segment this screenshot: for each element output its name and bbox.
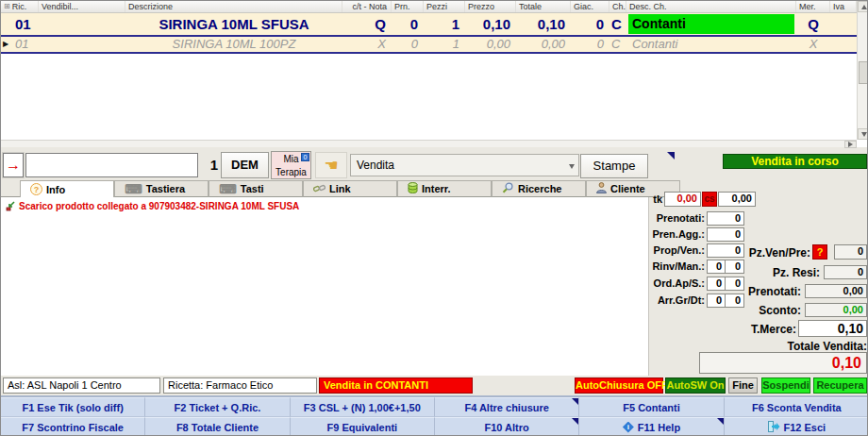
grid-vertical-scrollbar[interactable] bbox=[857, 1, 868, 140]
fkey-f9[interactable]: F9 Equivalenti bbox=[291, 417, 435, 436]
totale-vendita-label: Totale Vendita: bbox=[765, 340, 867, 353]
cell-ch: C bbox=[609, 13, 626, 35]
submenu-indicator-icon bbox=[667, 152, 675, 159]
question-icon: ? bbox=[30, 183, 42, 195]
arr-gr-dt-label: Arr.Gr/Dt: bbox=[624, 294, 705, 306]
fkey-f1[interactable]: F1 Ese Tik (solo diff) bbox=[1, 397, 145, 417]
col-header-mer[interactable]: Mer. bbox=[796, 1, 830, 12]
hand-pointer-icon[interactable]: ☚ bbox=[315, 152, 347, 178]
cell-prn: 0 bbox=[392, 13, 424, 35]
prenotati-amount-field[interactable]: 0,00 bbox=[805, 284, 867, 298]
cell-desc-ch: Contanti bbox=[628, 14, 794, 34]
scroll-up-icon[interactable] bbox=[858, 1, 868, 12]
tab-tasti[interactable]: ⌨Tasti bbox=[209, 180, 303, 197]
stampe-button[interactable]: Stampe bbox=[580, 154, 648, 178]
cell-vendibile bbox=[39, 37, 125, 52]
man-field[interactable]: 0 bbox=[726, 260, 744, 274]
col-header-ch[interactable]: Ch. bbox=[609, 1, 626, 12]
col-header-desc-ch[interactable]: Desc. Ch. bbox=[626, 1, 796, 12]
col-header-vendibile[interactable]: Vendibil... bbox=[39, 1, 125, 12]
ord-ap-field[interactable]: 0 bbox=[707, 277, 726, 291]
t-merce-label: T.Merce: bbox=[723, 323, 796, 336]
fkey-f6[interactable]: F6 Sconta Vendita bbox=[725, 397, 868, 417]
vendita-dropdown[interactable]: Vendita bbox=[350, 154, 579, 176]
linked-product-icon bbox=[6, 201, 16, 213]
cs-value-field[interactable]: 0,00 bbox=[718, 192, 756, 207]
prop-ven-label: Prop/Ven.: bbox=[624, 244, 705, 256]
col-header-ric[interactable]: ⊞Ric. bbox=[1, 1, 39, 12]
col-header-descrizione[interactable]: Descrizione bbox=[125, 1, 342, 12]
autochiusura-toggle[interactable]: AutoChiusura OFF bbox=[575, 377, 663, 394]
tab-link[interactable]: Link bbox=[303, 180, 397, 197]
sconto-field[interactable]: 0,00 bbox=[805, 303, 867, 317]
cell-ric: 01 bbox=[1, 13, 39, 35]
cell-pezzi: 1 bbox=[424, 37, 465, 52]
grid-horizontal-scrollbar[interactable] bbox=[1, 140, 857, 147]
col-header-iva[interactable]: Iva bbox=[830, 1, 857, 12]
cell-iva bbox=[830, 13, 857, 35]
fkey-f12[interactable]: F12 Esci bbox=[725, 417, 868, 436]
cell-descrizione: SIRINGA 10ML SFUSA bbox=[125, 13, 342, 35]
info-panel: Scarico prodotto collegato a 907903482-S… bbox=[1, 197, 649, 376]
tab-interr[interactable]: Interr. bbox=[397, 180, 492, 197]
tab-info[interactable]: ?Info bbox=[20, 180, 114, 198]
keyboard-icon: ⌨ bbox=[219, 183, 237, 195]
scroll-down-icon[interactable] bbox=[858, 128, 868, 140]
recupera-button[interactable]: Recupera bbox=[813, 377, 867, 394]
sale-grid: ⊞Ric. Vendibil... Descrizione c/t - Nota… bbox=[1, 1, 868, 147]
rinv-field[interactable]: 0 bbox=[707, 260, 726, 274]
fkey-f8[interactable]: F8 Totale Cliente bbox=[145, 417, 290, 436]
arr-gr-field[interactable]: 0 bbox=[707, 293, 726, 308]
fkey-f5[interactable]: F5 Contanti bbox=[579, 397, 724, 417]
cell-prn: 0 bbox=[392, 37, 424, 52]
col-header-giac[interactable]: Giac. bbox=[571, 1, 609, 12]
cell-prezzo: 0,00 bbox=[465, 37, 516, 52]
help-question-button[interactable]: ? bbox=[812, 244, 827, 260]
col-header-prezzo[interactable]: Prezzo bbox=[465, 1, 516, 12]
asl-field[interactable]: Asl: ASL Napoli 1 Centro bbox=[3, 377, 160, 394]
ricetta-field[interactable]: Ricetta: Farmaco Etico bbox=[163, 377, 317, 394]
t-merce-field[interactable]: 0,10 bbox=[798, 320, 867, 337]
cell-desc-ch: Contanti bbox=[626, 37, 796, 52]
dem-button[interactable]: DEM bbox=[221, 152, 269, 178]
pz-ven-pre-field[interactable]: 0 bbox=[834, 244, 867, 260]
tab-tastiera[interactable]: ⌨Tastiera bbox=[114, 180, 209, 197]
pz-resi-field[interactable]: 0 bbox=[824, 265, 867, 279]
tab-bar: ?Info ⌨Tastiera ⌨Tasti Link Interr. Rice… bbox=[20, 180, 680, 197]
prenotati-field[interactable]: 0 bbox=[707, 211, 744, 226]
expand-grid-icon[interactable]: ⊞ bbox=[4, 2, 10, 11]
product-code-input[interactable] bbox=[25, 153, 198, 177]
fkey-f7[interactable]: F7 Scontrino Fiscale bbox=[1, 417, 145, 436]
sconto-label: Sconto: bbox=[727, 304, 801, 317]
cell-ct-nota: X bbox=[342, 37, 392, 52]
chain-link-icon bbox=[313, 183, 326, 195]
fkey-f4[interactable]: F4 Altre chiusure bbox=[435, 397, 579, 417]
person-icon bbox=[596, 182, 607, 195]
cell-totale: 0,00 bbox=[516, 37, 571, 52]
exit-icon bbox=[768, 421, 780, 434]
mia-terapia-button[interactable]: Mia Terapia0 bbox=[271, 151, 311, 179]
scroll-right-icon[interactable] bbox=[844, 141, 857, 148]
fkey-f11[interactable]: iF11 Help bbox=[579, 417, 724, 436]
magnifier-icon bbox=[502, 182, 514, 195]
fkey-f10[interactable]: F10 Altro bbox=[435, 417, 579, 436]
table-row[interactable]: 01 SIRINGA 10ML SFUSA Q 0 1 0,10 0,10 0 … bbox=[1, 13, 857, 37]
sospendi-button[interactable]: Sospendi bbox=[761, 377, 810, 394]
tab-ricerche[interactable]: Ricerche bbox=[492, 180, 586, 197]
table-row[interactable]: ▶01 SIRINGA 10ML 100PZ X 0 1 0,00 0,00 0… bbox=[1, 37, 857, 54]
cell-prezzo: 0,10 bbox=[465, 13, 516, 35]
cell-vendibile bbox=[39, 13, 125, 35]
fkey-f3[interactable]: F3 CSL + (N) 1,00€+1,50 bbox=[291, 397, 435, 417]
col-header-pezzi[interactable]: Pezzi bbox=[424, 1, 465, 12]
col-header-ct-nota[interactable]: c/t - Nota bbox=[342, 1, 392, 12]
fine-button[interactable]: Fine bbox=[728, 377, 758, 394]
tk-value-field[interactable]: 0,00 bbox=[664, 192, 701, 207]
fkey-f2[interactable]: F2 Ticket + Q.Ric. bbox=[145, 397, 290, 417]
col-header-prn[interactable]: Prn. bbox=[392, 1, 424, 12]
pren-agg-field[interactable]: 0 bbox=[707, 227, 744, 242]
autosw-toggle[interactable]: AutoSW On bbox=[665, 377, 726, 394]
col-header-totale[interactable]: Totale bbox=[516, 1, 571, 12]
scrollbar-thumb[interactable] bbox=[859, 61, 868, 84]
keyboard-icon: ⌨ bbox=[125, 183, 142, 195]
pz-ven-pre-label: Pz.Ven/Pre: bbox=[737, 246, 810, 260]
